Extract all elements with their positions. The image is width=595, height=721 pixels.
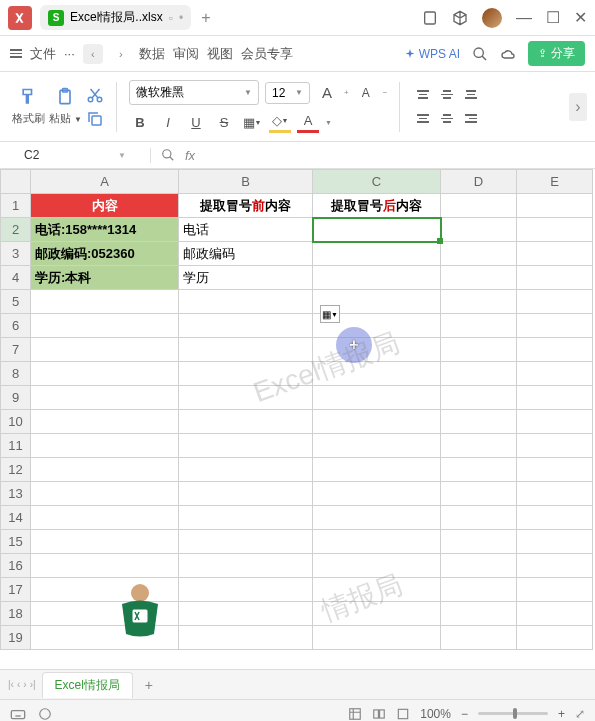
menu-view[interactable]: 视图 [207, 45, 233, 63]
row-header-5[interactable]: 5 [1, 290, 31, 314]
menu-data[interactable]: 数据 [139, 45, 165, 63]
view-page-icon[interactable] [372, 707, 386, 721]
col-header-D[interactable]: D [441, 170, 517, 194]
italic-button[interactable]: I [157, 111, 179, 133]
cell-C2-active[interactable] [313, 218, 441, 242]
menu-premium[interactable]: 会员专享 [241, 45, 293, 63]
cell-B3[interactable]: 邮政编码 [179, 242, 313, 266]
cut-button[interactable] [86, 86, 104, 104]
cell-D1[interactable] [441, 194, 517, 218]
decrease-font-button[interactable]: A [355, 82, 377, 104]
cell-B1[interactable]: 提取冒号前内容 [179, 194, 313, 218]
zoom-in-button[interactable]: + [558, 707, 565, 721]
bold-button[interactable]: B [129, 111, 151, 133]
cube-icon[interactable] [452, 10, 468, 26]
row-header-18[interactable]: 18 [1, 602, 31, 626]
row-header-11[interactable]: 11 [1, 434, 31, 458]
minimize-button[interactable]: — [516, 9, 532, 27]
increase-font-button[interactable]: A [316, 82, 338, 104]
zoom-level[interactable]: 100% [420, 707, 451, 721]
menu-review[interactable]: 审阅 [173, 45, 199, 63]
cell-A4[interactable]: 学历:本科 [31, 266, 179, 290]
row-header-14[interactable]: 14 [1, 506, 31, 530]
row-header-7[interactable]: 7 [1, 338, 31, 362]
cell-E4[interactable] [517, 266, 593, 290]
fx-label[interactable]: fx [185, 148, 195, 163]
cell-D2[interactable] [441, 218, 517, 242]
align-bottom-button[interactable] [460, 84, 482, 106]
view-break-icon[interactable] [396, 707, 410, 721]
cell-E1[interactable] [517, 194, 593, 218]
row-header-12[interactable]: 12 [1, 458, 31, 482]
wps-ai-button[interactable]: WPS AI [404, 47, 460, 61]
fill-color-button[interactable]: ◇▼ [269, 111, 291, 133]
row-header-2[interactable]: 2 [1, 218, 31, 242]
view-normal-icon[interactable] [348, 707, 362, 721]
name-box[interactable]: C2 ▼ [0, 148, 150, 162]
toolbar-more-button[interactable]: › [569, 93, 587, 121]
font-name-select[interactable]: 微软雅黑▼ [129, 80, 259, 105]
cell-E2[interactable] [517, 218, 593, 242]
cell-B2[interactable]: 电话 [179, 218, 313, 242]
prev-sheet-button[interactable]: ‹ [17, 679, 20, 690]
border-button[interactable]: ▦▼ [241, 111, 263, 133]
cell-A2[interactable]: 电话:158****1314 [31, 218, 179, 242]
cell-D4[interactable] [441, 266, 517, 290]
align-left-button[interactable] [412, 108, 434, 130]
status-circle-icon[interactable] [38, 707, 52, 721]
align-right-button[interactable] [460, 108, 482, 130]
spreadsheet-grid[interactable]: A B C D E 1 内容 提取冒号前内容 提取冒号后内容 2 电话:158*… [0, 169, 595, 669]
keyboard-icon[interactable] [10, 706, 26, 722]
col-header-E[interactable]: E [517, 170, 593, 194]
align-middle-button[interactable] [436, 84, 458, 106]
tablet-icon[interactable] [422, 10, 438, 26]
align-center-button[interactable] [436, 108, 458, 130]
cell-E3[interactable] [517, 242, 593, 266]
font-color-button[interactable]: A [297, 111, 319, 133]
cell-C1[interactable]: 提取冒号后内容 [313, 194, 441, 218]
row-header-1[interactable]: 1 [1, 194, 31, 218]
cell-A3[interactable]: 邮政编码:052360 [31, 242, 179, 266]
search-icon[interactable] [472, 46, 488, 62]
maximize-button[interactable]: ☐ [546, 8, 560, 27]
add-tab-button[interactable]: + [201, 9, 210, 27]
nav-back-button[interactable]: ‹ [83, 44, 103, 64]
share-button[interactable]: ⇪分享 [528, 41, 585, 66]
file-menu[interactable]: 文件 [30, 45, 56, 63]
cell-A1[interactable]: 内容 [31, 194, 179, 218]
row-header-9[interactable]: 9 [1, 386, 31, 410]
cell-B4[interactable]: 学历 [179, 266, 313, 290]
zoom-slider[interactable] [478, 712, 548, 715]
col-header-B[interactable]: B [179, 170, 313, 194]
paste-options-button[interactable]: ▦▼ [320, 305, 340, 323]
copy-button[interactable] [86, 110, 104, 128]
row-header-3[interactable]: 3 [1, 242, 31, 266]
row-header-17[interactable]: 17 [1, 578, 31, 602]
row-header-8[interactable]: 8 [1, 362, 31, 386]
row-header-19[interactable]: 19 [1, 626, 31, 650]
app-logo[interactable] [8, 6, 32, 30]
fullscreen-button[interactable]: ⤢ [575, 707, 585, 721]
add-sheet-button[interactable]: + [139, 675, 159, 695]
align-top-button[interactable] [412, 84, 434, 106]
tab-menu-icon[interactable]: ▫ [169, 11, 173, 25]
col-header-A[interactable]: A [31, 170, 179, 194]
nav-forward-button[interactable]: › [111, 44, 131, 64]
row-header-4[interactable]: 4 [1, 266, 31, 290]
row-header-6[interactable]: 6 [1, 314, 31, 338]
fx-search-icon[interactable] [161, 148, 175, 162]
row-header-13[interactable]: 13 [1, 482, 31, 506]
next-sheet-button[interactable]: › [23, 679, 26, 690]
user-avatar[interactable] [482, 8, 502, 28]
row-header-15[interactable]: 15 [1, 530, 31, 554]
row-header-16[interactable]: 16 [1, 554, 31, 578]
more-menu[interactable]: ··· [64, 46, 75, 61]
last-sheet-button[interactable]: ›| [30, 679, 36, 690]
close-button[interactable]: ✕ [574, 8, 587, 27]
cell-C4[interactable] [313, 266, 441, 290]
cell-C3[interactable] [313, 242, 441, 266]
format-painter-button[interactable]: 格式刷 [12, 87, 45, 126]
zoom-out-button[interactable]: − [461, 707, 468, 721]
formula-input[interactable] [205, 142, 595, 168]
file-tab[interactable]: S Excel情报局..xlsx ▫ • [40, 5, 191, 30]
